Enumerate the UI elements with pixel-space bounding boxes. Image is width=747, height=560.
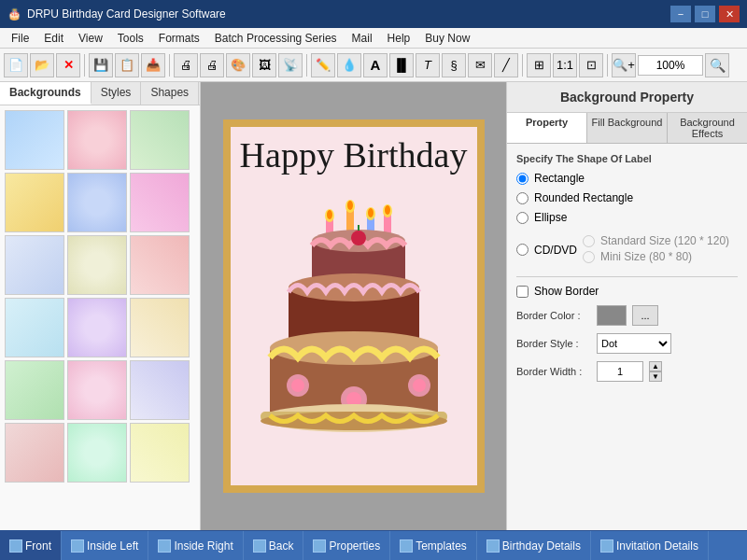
bg-thumb-6[interactable] <box>130 173 190 232</box>
bg-thumb-17[interactable] <box>67 423 127 483</box>
tab-fill-background[interactable]: Fill Background <box>587 113 668 143</box>
bg-thumb-12[interactable] <box>130 298 190 357</box>
tab-property[interactable]: Property <box>507 113 587 143</box>
bottom-tab-birthday-details[interactable]: Birthday Details <box>477 531 591 560</box>
bg-thumb-1[interactable] <box>5 110 64 170</box>
tb-close-doc[interactable]: ✕ <box>56 53 80 77</box>
border-color-picker-btn[interactable]: ... <box>632 305 658 326</box>
shape-cddvd-radio[interactable] <box>516 244 529 256</box>
tb-design[interactable]: 🎨 <box>226 53 250 77</box>
tb-line[interactable]: ╱ <box>494 53 518 77</box>
menu-help[interactable]: Help <box>380 30 418 47</box>
property-content: Specify The Shape Of Label Rectangle Rou… <box>507 144 747 530</box>
bottom-tab-inside-right[interactable]: Inside Right <box>148 531 243 560</box>
bg-thumb-13[interactable] <box>5 360 64 420</box>
menu-batch[interactable]: Batch Processing Series <box>207 30 345 47</box>
bg-thumb-9[interactable] <box>130 235 190 295</box>
shape-rounded-row: Rounded Rectangle <box>516 191 738 204</box>
tb-save-as[interactable]: 📋 <box>115 53 139 77</box>
tb-import[interactable]: 📥 <box>141 53 165 77</box>
bg-thumb-15[interactable] <box>130 360 190 420</box>
cd-mini-radio[interactable] <box>583 251 595 263</box>
close-button[interactable]: ✕ <box>719 6 740 22</box>
menu-edit[interactable]: Edit <box>36 30 71 47</box>
tb-zoomin[interactable]: 🔍+ <box>612 53 636 77</box>
border-width-spinners: ▲ ▼ <box>649 361 662 382</box>
shape-ellipse-row: Ellipse <box>516 211 738 224</box>
tb-ratio[interactable]: 1:1 <box>553 53 577 77</box>
tb-image[interactable]: 🖼 <box>252 53 276 77</box>
bg-thumb-18[interactable] <box>130 423 190 483</box>
tb-save[interactable]: 💾 <box>89 53 113 77</box>
tb-open[interactable]: 📂 <box>30 53 54 77</box>
tb-text[interactable]: A <box>363 53 388 77</box>
tb-zoomout[interactable]: 🔍 <box>705 53 729 77</box>
tb-textbox[interactable]: T <box>416 53 440 77</box>
tb-grid[interactable]: ⊞ <box>527 53 551 77</box>
shape-rounded-label: Rounded Rectangle <box>534 191 633 204</box>
separator-1 <box>516 276 738 277</box>
border-color-swatch[interactable] <box>597 305 627 326</box>
bg-thumb-16[interactable] <box>5 423 64 483</box>
menu-mail[interactable]: Mail <box>345 30 380 47</box>
toolbar: 📄 📂 ✕ 💾 📋 📥 🖨 🖨 🎨 🖼 📡 ✏️ 💧 A ▐▌ T § ✉ ╱ … <box>0 49 747 82</box>
svg-point-9 <box>368 208 374 217</box>
shape-rectangle-radio[interactable] <box>516 173 529 185</box>
bg-thumb-8[interactable] <box>67 235 127 295</box>
cd-standard-radio[interactable] <box>583 235 595 247</box>
cd-standard-option: Standard Size (120 * 120) <box>583 234 729 247</box>
titlebar-controls: − □ ✕ <box>670 6 740 22</box>
border-style-select[interactable]: Dot Solid Dash DashDot <box>597 333 671 354</box>
bottom-tab-templates[interactable]: Templates <box>390 531 477 560</box>
bottom-tab-front[interactable]: Front <box>0 531 62 560</box>
bg-thumb-4[interactable] <box>5 173 64 232</box>
show-border-checkbox[interactable] <box>516 286 529 298</box>
tb-print2[interactable]: 🖨 <box>200 53 224 77</box>
properties-icon <box>313 539 326 553</box>
tb-barcode[interactable]: ▐▌ <box>389 53 414 77</box>
bg-thumb-3[interactable] <box>130 110 190 170</box>
menu-file[interactable]: File <box>4 30 36 47</box>
menu-buynow[interactable]: Buy Now <box>417 30 477 47</box>
shape-rectangle-label: Rectangle <box>534 172 585 185</box>
app-icon: 🎂 <box>7 7 21 21</box>
bg-thumb-14[interactable] <box>67 360 127 420</box>
tb-print[interactable]: 🖨 <box>174 53 198 77</box>
tb-symbol[interactable]: § <box>442 53 466 77</box>
menu-tools[interactable]: Tools <box>110 30 151 47</box>
cake-image <box>233 180 475 460</box>
bg-thumb-7[interactable] <box>5 235 64 295</box>
bottom-tab-inside-left[interactable]: Inside Left <box>62 531 148 560</box>
bg-thumb-10[interactable] <box>5 298 64 357</box>
tb-crop[interactable]: ⊡ <box>579 53 603 77</box>
tab-shapes[interactable]: Shapes <box>141 82 199 105</box>
svg-point-11 <box>385 205 390 215</box>
tb-email[interactable]: ✉ <box>468 53 492 77</box>
bg-thumb-11[interactable] <box>67 298 127 357</box>
tb-eyedropper[interactable]: 💧 <box>337 53 361 77</box>
minimize-button[interactable]: − <box>670 6 691 22</box>
border-width-down[interactable]: ▼ <box>649 371 662 382</box>
bottom-tab-properties[interactable]: Properties <box>303 531 390 560</box>
maximize-button[interactable]: □ <box>695 6 715 22</box>
menu-view[interactable]: View <box>71 30 110 47</box>
bottom-tab-invitation[interactable]: Invitation Details <box>591 531 709 560</box>
tb-pencil[interactable]: ✏️ <box>311 53 335 77</box>
tb-new[interactable]: 📄 <box>4 53 28 77</box>
shape-rounded-radio[interactable] <box>516 192 529 204</box>
tb-scan[interactable]: 📡 <box>278 53 303 77</box>
tab-backgrounds[interactable]: Backgrounds <box>0 82 92 105</box>
shape-ellipse-radio[interactable] <box>516 212 529 224</box>
menu-formats[interactable]: Formats <box>151 30 207 47</box>
tab-styles[interactable]: Styles <box>92 82 142 105</box>
titlebar: 🎂 DRPU Birthday Card Designer Software −… <box>0 0 747 28</box>
border-width-up[interactable]: ▲ <box>649 361 662 371</box>
tb-sep4 <box>522 54 523 77</box>
bg-thumb-5[interactable] <box>67 173 127 232</box>
bg-thumb-2[interactable] <box>67 110 127 170</box>
border-width-input[interactable] <box>597 361 643 382</box>
bottom-tab-back[interactable]: Back <box>244 531 304 560</box>
border-style-row: Border Style : Dot Solid Dash DashDot <box>516 333 738 354</box>
tab-background-effects[interactable]: Background Effects <box>668 113 747 143</box>
right-panel: Background Property Property Fill Backgr… <box>506 82 747 530</box>
